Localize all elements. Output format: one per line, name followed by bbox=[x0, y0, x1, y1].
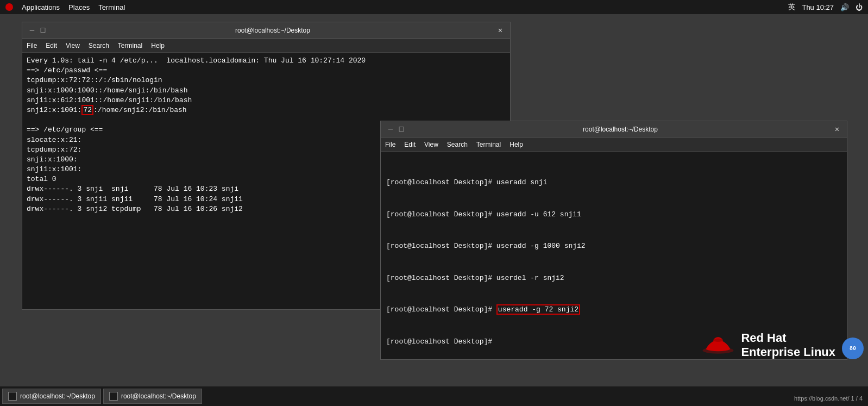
edit-menu-2[interactable]: Edit bbox=[404, 141, 416, 148]
red-hat-icon bbox=[5, 3, 13, 11]
edit-menu-1[interactable]: Edit bbox=[46, 42, 57, 49]
view-menu-2[interactable]: View bbox=[424, 141, 438, 148]
clock: Thu 10:27 bbox=[802, 3, 834, 11]
terminal-submenu-2[interactable]: Terminal bbox=[476, 141, 501, 148]
close-btn-2[interactable]: ✕ bbox=[833, 125, 841, 134]
terminal-menu-1: File Edit View Search Terminal Help bbox=[22, 39, 510, 53]
taskbar-item-2[interactable]: root@localhost:~/Desktop bbox=[103, 389, 202, 404]
system-bar-right: 英 Thu 10:27 🔊 ⏻ bbox=[788, 2, 863, 12]
highlighted-command: useradd -g 72 snji2 bbox=[496, 304, 580, 315]
taskbar-label-2: root@localhost:~/Desktop bbox=[121, 392, 196, 400]
terminal-submenu-1[interactable]: Terminal bbox=[118, 42, 142, 49]
svg-point-1 bbox=[713, 339, 723, 342]
redhat-text: Red Hat Enterprise Linux bbox=[741, 331, 835, 359]
desktop: ─ □ root@localhost:~/Desktop ✕ File Edit… bbox=[0, 14, 868, 386]
terminal-titlebar-1: ─ □ root@localhost:~/Desktop ✕ bbox=[22, 22, 510, 39]
system-bar: Applications Places Terminal 英 Thu 10:27… bbox=[0, 0, 868, 14]
terminal-menu-2: File Edit View Search Terminal Help bbox=[381, 138, 847, 152]
redhat-enterprise: Enterprise Linux bbox=[741, 345, 835, 359]
system-bar-left: Applications Places Terminal bbox=[5, 3, 125, 11]
terminal-title-1: root@localhost:~/Desktop bbox=[49, 27, 496, 34]
file-menu-2[interactable]: File bbox=[385, 141, 395, 148]
close-btn-1[interactable]: ✕ bbox=[496, 26, 505, 35]
minimize-btn-1[interactable]: ─ bbox=[28, 26, 36, 35]
terminal-line-3: [root@localhost Desktop]# useradd -g 100… bbox=[386, 241, 841, 252]
taskbar-label-1: root@localhost:~/Desktop bbox=[20, 392, 95, 400]
taskbar-right-text: https://blog.csdn.net/ 1 / 4 bbox=[794, 395, 863, 402]
redhat-hat-icon bbox=[702, 334, 734, 356]
search-menu-2[interactable]: Search bbox=[447, 141, 468, 148]
language-indicator: 英 bbox=[788, 2, 795, 12]
help-menu-2[interactable]: Help bbox=[510, 141, 523, 148]
applications-menu[interactable]: Applications bbox=[22, 3, 60, 11]
power-icon[interactable]: ⏻ bbox=[856, 3, 863, 11]
taskbar: root@localhost:~/Desktop root@localhost:… bbox=[0, 386, 868, 406]
terminal-titlebar-2: ─ □ root@localhost:~/Desktop ✕ bbox=[381, 121, 847, 138]
terminal-menu[interactable]: Terminal bbox=[98, 3, 125, 11]
terminal-content-2: [root@localhost Desktop]# useradd snji [… bbox=[381, 152, 847, 359]
corner-circle: 80 bbox=[842, 338, 864, 359]
minimize-btn-2[interactable]: ─ bbox=[386, 125, 395, 134]
terminal-line-header: Every 1.0s: tail -n 4 /etc/p... localhos… bbox=[27, 57, 366, 65]
taskbar-item-1[interactable]: root@localhost:~/Desktop bbox=[2, 389, 101, 404]
redhat-name: Red Hat bbox=[741, 331, 835, 345]
terminal-line-4: [root@localhost Desktop]# userdel -r snj… bbox=[386, 273, 841, 284]
terminal-line-5: [root@localhost Desktop]# useradd -g 72 … bbox=[386, 304, 841, 315]
terminal-line-1: [root@localhost Desktop]# useradd snji bbox=[386, 177, 841, 188]
terminal-body-after: :/home/snji2:/bin/bash ==> /etc/group <=… bbox=[27, 106, 243, 213]
maximize-btn-2[interactable]: □ bbox=[397, 125, 406, 134]
view-menu-1[interactable]: View bbox=[66, 42, 80, 49]
redhat-logo: Red Hat Enterprise Linux bbox=[702, 331, 835, 359]
terminal-line-2: [root@localhost Desktop]# useradd -u 612… bbox=[386, 209, 841, 220]
volume-icon[interactable]: 🔊 bbox=[840, 3, 849, 11]
taskbar-icon-1 bbox=[8, 392, 17, 401]
taskbar-icon-2 bbox=[109, 392, 118, 401]
maximize-btn-1[interactable]: □ bbox=[39, 26, 47, 35]
file-menu-1[interactable]: File bbox=[27, 42, 37, 49]
help-menu-1[interactable]: Help bbox=[151, 42, 165, 49]
places-menu[interactable]: Places bbox=[68, 3, 90, 11]
terminal-window-2: ─ □ root@localhost:~/Desktop ✕ File Edit… bbox=[380, 121, 847, 360]
search-menu-1[interactable]: Search bbox=[89, 42, 109, 49]
highlighted-gid: 72 bbox=[81, 105, 93, 115]
terminal-title-2: root@localhost:~/Desktop bbox=[408, 126, 833, 133]
